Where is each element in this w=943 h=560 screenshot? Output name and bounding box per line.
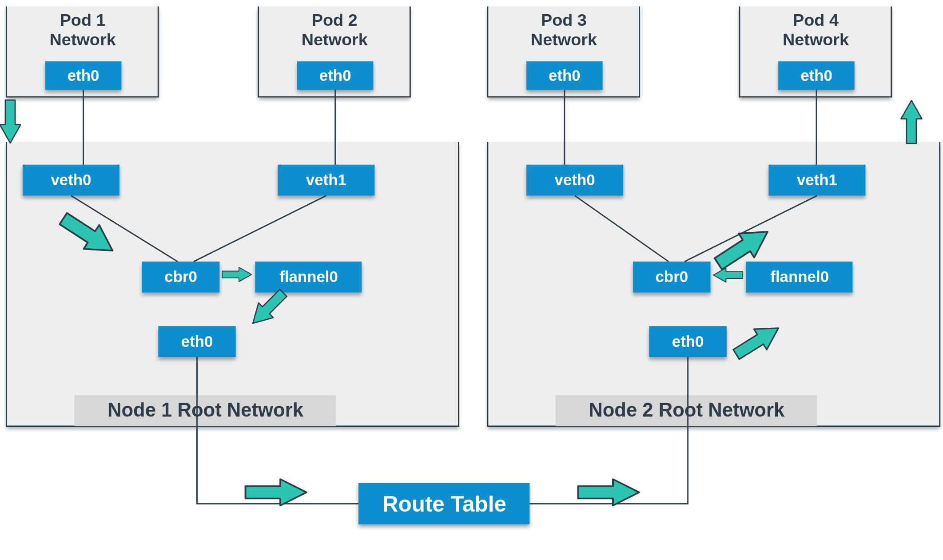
arrow-down-icon	[0, 100, 21, 143]
arrow-right-icon	[246, 479, 306, 505]
node2-veth0-label: veth0	[555, 171, 595, 188]
node2-cbr0: cbr0	[633, 262, 710, 293]
node2-flannel0: flannel0	[746, 262, 852, 293]
pod4-title-2: Network	[783, 30, 849, 49]
pod4-eth0: eth0	[778, 61, 855, 90]
node2-eth0-label: eth0	[672, 333, 704, 350]
pod1-title-2: Network	[50, 30, 116, 49]
node1-banner-label: Node 1 Root Network	[107, 399, 304, 421]
node2-veth1: veth1	[768, 165, 865, 196]
pod2-title-2: Network	[302, 30, 368, 49]
node1-flannel0: flannel0	[255, 262, 362, 293]
node1-veth1: veth1	[278, 165, 374, 196]
pod3-title-1: Pod 3	[541, 11, 587, 29]
pod1-panel: Pod 1 Network eth0	[7, 7, 159, 97]
pod2-title-1: Pod 2	[312, 11, 358, 29]
node1-eth0-label: eth0	[181, 333, 213, 350]
pod4-eth0-label: eth0	[800, 67, 832, 84]
pod3-eth0-label: eth0	[549, 67, 581, 84]
node1-banner: Node 1 Root Network	[74, 395, 336, 426]
node1-veth0-label: veth0	[51, 171, 91, 188]
node2-banner: Node 2 Root Network	[556, 395, 817, 426]
node2-eth0: eth0	[649, 326, 726, 357]
node1-cbr0-label: cbr0	[164, 268, 197, 285]
node1-veth1-label: veth1	[306, 171, 346, 188]
diagram-canvas: Node 1 Root Network Node 2 Root Network …	[0, 0, 943, 560]
arrow-right-icon	[578, 479, 639, 505]
pod3-panel: Pod 3 Network eth0	[488, 7, 640, 97]
pod1-eth0-label: eth0	[68, 67, 99, 84]
arrow-up-icon	[901, 100, 922, 143]
pod3-title-2: Network	[531, 30, 597, 49]
node1-cbr0: cbr0	[142, 262, 219, 293]
pod2-eth0-label: eth0	[319, 67, 351, 84]
node1-eth0: eth0	[158, 326, 235, 357]
pod2-panel: Pod 2 Network eth0	[259, 7, 410, 97]
node2-cbr0-label: cbr0	[655, 268, 688, 285]
pod1-eth0: eth0	[45, 61, 122, 90]
node2-flannel0-label: flannel0	[770, 268, 829, 285]
node1-veth0: veth0	[23, 165, 119, 196]
pod4-panel: Pod 4 Network eth0	[740, 7, 891, 97]
pod3-eth0: eth0	[526, 61, 603, 90]
pod1-title-1: Pod 1	[60, 11, 106, 29]
node2-veth1-label: veth1	[797, 171, 837, 188]
route-table: Route Table	[358, 483, 529, 524]
pod4-title-1: Pod 4	[793, 11, 839, 29]
node2-banner-label: Node 2 Root Network	[589, 399, 785, 421]
route-table-label: Route Table	[382, 492, 506, 516]
pod2-eth0: eth0	[297, 61, 374, 90]
node1-flannel0-label: flannel0	[279, 268, 338, 285]
node2-veth0: veth0	[526, 165, 623, 196]
